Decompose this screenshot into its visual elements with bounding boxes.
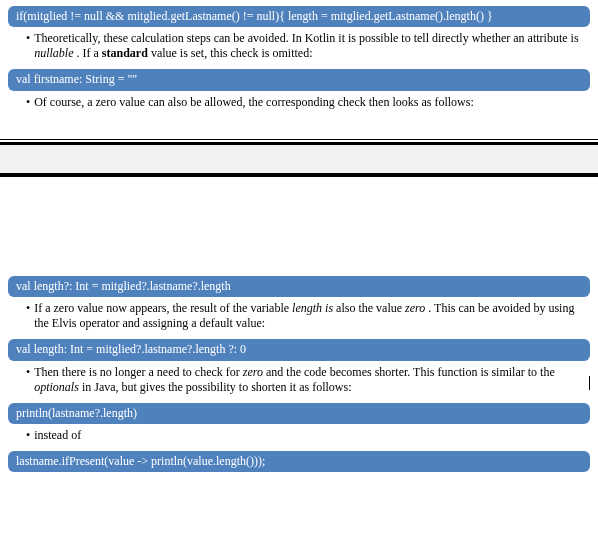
page-lower: val length?: Int = mitglied?.lastname?.l… [0, 270, 598, 473]
body-paragraph-2: • Of course, a zero value can also be al… [8, 95, 590, 116]
text-run-italic: zero [405, 301, 425, 315]
bullet-dot: • [26, 95, 30, 110]
text-run-italic: nullable [34, 46, 73, 60]
text-run-italic: optionals [34, 380, 79, 394]
code-block-4: val length: Int = mitglied?.lastname?.le… [8, 339, 590, 360]
bullet-dot: • [26, 428, 30, 443]
text-run-italic: length is [292, 301, 333, 315]
text-run: and the code becomes shorter. This funct… [266, 365, 555, 379]
bullet-dot: • [26, 365, 30, 395]
page-break-gap [0, 145, 598, 174]
body-paragraph-1: • Theoretically, these calculation steps… [8, 31, 590, 67]
bullet-dot: • [26, 31, 30, 61]
text-run: If a zero value now appears, the result … [34, 301, 292, 315]
text-run: instead of [34, 428, 590, 443]
text-run: value is set, this check is omitted: [151, 46, 313, 60]
bullet-dot: • [26, 301, 30, 331]
code-block-2: val firstname: String = "" [8, 69, 590, 90]
text-run-italic: zero [243, 365, 263, 379]
code-block-1: if(mitglied != null && mitglied.getLastn… [8, 6, 590, 27]
body-paragraph-3: • If a zero value now appears, the resul… [8, 301, 590, 337]
text-cursor [589, 376, 590, 390]
text-run: Of course, a zero value can also be allo… [34, 95, 590, 110]
code-block-3: val length?: Int = mitglied?.lastname?.l… [8, 276, 590, 297]
body-paragraph-4: • Then there is no longer a need to chec… [8, 365, 587, 401]
text-run-bold: standard [102, 46, 148, 60]
text-run: Theoretically, these calculation steps c… [34, 31, 578, 45]
text-run: Then there is no longer a need to check … [34, 365, 243, 379]
text-run: in Java, but gives the possibility to sh… [82, 380, 352, 394]
body-paragraph-5: • instead of [8, 428, 590, 449]
code-block-6: lastname.ifPresent(value -> println(valu… [8, 451, 590, 472]
text-run: also the value [336, 301, 405, 315]
page-upper: if(mitglied != null && mitglied.getLastn… [0, 0, 598, 116]
page-top-margin [0, 174, 598, 270]
text-run: . If a [77, 46, 102, 60]
code-block-5: println(lastname?.length) [8, 403, 590, 424]
